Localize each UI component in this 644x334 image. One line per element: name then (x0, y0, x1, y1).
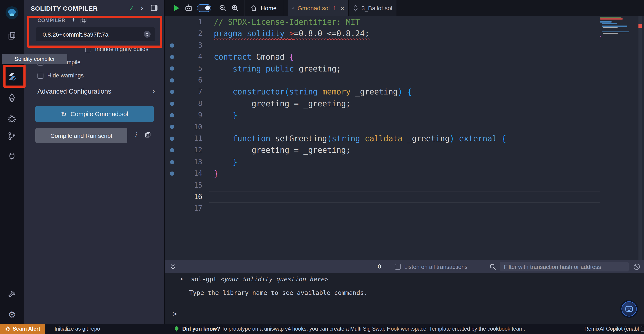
include-nightly-checkbox[interactable] (85, 46, 91, 52)
hide-warnings-label: Hide warnings (47, 72, 84, 79)
did-you-know-label: Did you know? (182, 324, 220, 334)
transaction-filter-input[interactable] (500, 262, 629, 272)
lightbulb-icon (174, 326, 179, 332)
select-stepper-icon (144, 31, 151, 38)
code-editor[interactable]: 1234567891011121314151617 // SPDX-Licens… (165, 16, 644, 260)
code-line[interactable]: greeting = _greeting; (214, 144, 350, 156)
include-nightly-label: Include nightly builds (95, 46, 148, 52)
compile-success-icon: ✓ (129, 4, 134, 12)
minimap-line (600, 18, 623, 19)
git-init-status[interactable]: Initialize as git repo (54, 324, 100, 334)
activity-bar: ⚙ (0, 0, 24, 324)
chevron-right-icon[interactable]: › (140, 3, 143, 13)
include-nightly-row: Include nightly builds (85, 46, 148, 52)
search-icon (490, 263, 496, 270)
minimap-line (603, 33, 618, 34)
copy-icon[interactable] (145, 132, 151, 138)
sidebar-item-plugin-manager[interactable] (0, 148, 24, 165)
code-line[interactable]: contract Gmonad { (214, 51, 294, 63)
tooltip: Solidity compiler (2, 54, 67, 64)
code-line[interactable]: string public greeting; (214, 63, 341, 74)
solidity-compiler-panel: SOLIDITY COMPILER ✓ › COMPILER + 0.8.26+… (24, 0, 164, 324)
terminal-command: sol-gpt (191, 276, 221, 283)
code-lines: // SPDX-License-Identifier: MITpragma so… (165, 16, 595, 260)
terminal[interactable]: • sol-gpt <your Solidity question here> … (165, 273, 644, 324)
scam-alert-badge[interactable]: Scam Alert (0, 324, 45, 334)
panel-header: SOLIDITY COMPILER ✓ › (24, 3, 164, 14)
code-line[interactable]: } (214, 168, 218, 179)
compile-button-label: Compile Gmonad.sol (70, 111, 128, 117)
code-line[interactable]: pragma solidity >=0.8.0 <=0.8.24; (214, 28, 370, 39)
git-branch-icon (8, 132, 16, 140)
compiler-version-select[interactable]: 0.8.26+commit.8a97fa7a (36, 27, 155, 41)
code-line[interactable]: constructor(string memory _greeting) { (214, 86, 412, 98)
tab-ballot-sol[interactable]: 3_Ballot.sol (349, 0, 397, 16)
scam-alert-label: Scam Alert (12, 326, 40, 332)
bug-icon (5, 326, 10, 332)
load-compiler-icon[interactable] (80, 17, 86, 24)
minimap-line (600, 17, 621, 18)
minimap-line (602, 31, 629, 32)
advanced-configurations[interactable]: Advanced Configurations › (38, 87, 155, 96)
panel-title: SOLIDITY COMPILER (31, 5, 98, 12)
advanced-configurations-label: Advanced Configurations (38, 88, 111, 95)
hide-warnings-row: Hide warnings (38, 72, 84, 79)
compile-button[interactable]: ↻ Compile Gmonad.sol (35, 106, 154, 122)
sidebar-item-debugger[interactable] (0, 110, 24, 127)
tab-home[interactable]: Home (244, 0, 283, 16)
listen-transactions-label: Listen on all transactions (404, 264, 468, 270)
compile-and-run-button[interactable]: Compile and Run script (35, 128, 127, 143)
copilot-toggle[interactable] (197, 4, 211, 12)
refresh-icon: ↻ (61, 110, 67, 118)
add-compiler-icon[interactable]: + (72, 16, 76, 24)
chevron-right-icon: › (152, 87, 155, 96)
pin-panel-icon[interactable] (151, 5, 158, 11)
sidebar-item-git[interactable] (0, 128, 24, 145)
tip-text: To prototype on a uniswap v4 hooks, you … (222, 324, 525, 334)
terminal-line: Type the library name to see available c… (189, 289, 368, 296)
sidebar-item-file-explorer[interactable] (0, 27, 24, 44)
tab-label: Gmonad.sol (298, 5, 330, 11)
editor-scrollbar[interactable] (638, 16, 642, 260)
code-line[interactable]: function setGreeting(string calldata _gr… (214, 133, 506, 144)
info-icon[interactable]: i (134, 131, 137, 139)
zoom-out-icon[interactable] (219, 4, 226, 12)
close-icon[interactable]: × (340, 4, 344, 12)
remix-logo[interactable] (0, 4, 24, 21)
code-line[interactable]: // SPDX-License-Identifier: MIT (214, 16, 360, 28)
minimap[interactable] (600, 17, 630, 51)
sidebar-item-deploy-run[interactable] (0, 89, 24, 106)
terminal-line: • sol-gpt <your Solidity question here> (180, 276, 328, 283)
collapse-terminal-icon[interactable] (170, 264, 176, 270)
sidebar-item-solidity-compiler[interactable] (0, 68, 24, 85)
deploy-run-icon (8, 93, 16, 102)
listen-transactions-checkbox[interactable] (395, 264, 401, 270)
editor-toolbar: Home Gmonad.sol 1 × 3_Ballot.sol (165, 0, 644, 16)
clear-terminal-icon[interactable] (633, 263, 640, 270)
code-line[interactable]: greeting = _greeting; (214, 98, 350, 110)
run-script-play-button[interactable] (173, 5, 180, 11)
terminal-prompt[interactable]: > (173, 310, 177, 318)
remix-ai-assistant-button[interactable] (620, 300, 638, 318)
error-marker (638, 24, 642, 28)
home-icon (250, 5, 257, 11)
transaction-count: 0 (378, 263, 381, 270)
copilot-status[interactable]: RemixAI Copilot (enabl (584, 324, 639, 334)
tab-gmonad-sol[interactable]: Gmonad.sol 1 × (288, 0, 349, 16)
zoom-in-icon[interactable] (231, 4, 239, 12)
minimap-line (602, 23, 618, 24)
minimap-line (600, 36, 601, 37)
ai-assistant-icon[interactable] (184, 4, 193, 12)
sidebar-item-settings[interactable]: ⚙ (0, 306, 24, 323)
sidebar-item-build[interactable] (0, 286, 24, 303)
remix-logo-icon (5, 5, 19, 20)
code-line[interactable]: } (214, 109, 238, 121)
bug-icon (8, 114, 16, 123)
compiler-section-label: COMPILER (38, 18, 66, 23)
solidity-file-icon (292, 5, 294, 11)
hide-warnings-checkbox[interactable] (38, 72, 44, 78)
minimap-line (602, 26, 628, 27)
compile-and-run-label: Compile and Run script (50, 132, 112, 139)
code-line[interactable]: } (214, 156, 238, 168)
ai-chat-icon (624, 304, 634, 314)
